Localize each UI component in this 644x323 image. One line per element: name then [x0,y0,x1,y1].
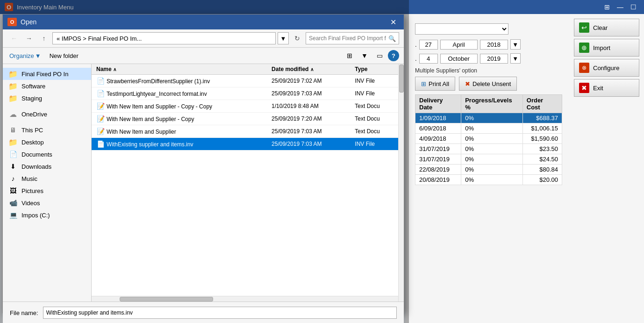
supplier-dropdown[interactable] [415,23,508,35]
order-cost: $23.50 [522,144,562,154]
date1-year-input[interactable] [480,40,508,50]
col-type[interactable]: Type [350,64,398,75]
file-date-cell: 25/09/2019 7:03 AM [267,125,350,138]
nav-label: Pictures [21,187,43,194]
file-type-cell: Text Docu [350,113,398,125]
view-list-btn[interactable]: ⊞ [343,50,356,61]
file-row[interactable]: 📝With New Item and Supplier - Copy25/09/… [92,113,398,125]
nav-icon-folder: 📁 [8,94,18,102]
hscroll-thumb [120,297,213,301]
filename-input[interactable] [43,307,397,319]
organize-bar: Organize ▼ New folder ⊞ ▼ ▭ ? [3,48,404,64]
nav-item-pictures[interactable]: 🖼Pictures [3,185,91,197]
refresh-button[interactable]: ↻ [291,32,304,44]
preview-pane-btn[interactable]: ▭ [373,50,386,61]
delete-unsent-button[interactable]: ✖ Delete Unsent [459,77,517,91]
nav-item-onedrive[interactable]: ☁OneDrive [3,108,91,120]
date1-calendar-btn[interactable]: ▼ [510,39,521,50]
search-input[interactable] [309,35,386,42]
order-cost: $1,006.15 [522,123,562,134]
dialog-bottom: File name: Open Cancel [3,301,404,323]
date2-month-input[interactable] [440,54,478,64]
order-row[interactable]: 1/09/20180%$688.37 [415,113,562,123]
nav-item-staging[interactable]: 📁Staging [3,92,91,104]
print-all-button[interactable]: ⊞ Print All [415,77,455,91]
open-file-dialog: O Open ✕ ← → ↑ « IMPOS > Final Fixed PO … [2,14,404,313]
file-row[interactable]: 📄WithExisting supplier and items.inv25/0… [92,138,398,151]
order-row[interactable]: 31/07/20190%$24.50 [415,154,562,165]
path-dropdown-button[interactable]: ▼ [278,32,289,44]
order-row[interactable]: 6/09/20180%$1,006.15 [415,123,562,134]
nav-item-impos-(c:)[interactable]: 💻Impos (C:) [3,209,91,221]
order-date: 31/07/2019 [415,144,461,154]
date1-day-input[interactable] [419,40,438,50]
order-row[interactable]: 20/08/20190%$20.00 [415,175,562,185]
order-cost: $80.84 [522,165,562,175]
nav-icon-folder: 📁 [8,70,18,78]
dialog-close-button[interactable]: ✕ [387,17,399,27]
nav-item-this-pc[interactable]: 🖥This PC [3,124,91,136]
date2-day-input[interactable] [419,54,438,64]
file-row[interactable]: 📄StrawberriesFromDifferentSupplier (1).i… [92,75,398,87]
nav-item-software[interactable]: 📁Software [3,80,91,92]
minimize-btn[interactable]: — [614,2,626,12]
nav-label: Documents [21,151,52,158]
up-button[interactable]: ↑ [37,33,50,44]
order-row[interactable]: 22/08/20190%$80.84 [415,165,562,175]
nav-label: Videos [21,200,40,207]
back-button[interactable]: ← [7,33,21,44]
horizontal-scrollbar[interactable] [92,296,398,301]
order-date: 22/08/2019 [415,165,461,175]
import-button[interactable]: ⊕ Import [574,39,639,57]
view-dropdown-btn[interactable]: ▼ [358,50,371,61]
file-row[interactable]: 📝With New Item and Supplier25/09/2019 7:… [92,125,398,138]
path-text: « IMPOS > Final Fixed PO Im... [57,35,142,42]
order-progress: 0% [461,165,523,175]
grid-icon-btn[interactable]: ⊞ [601,2,613,12]
forward-button[interactable]: → [22,33,36,44]
col-date-modified[interactable]: Date modified ∧ [267,64,350,75]
dialog-icon: O [7,18,17,26]
nav-item-documents[interactable]: 📄Documents [3,148,91,160]
order-cost: $1,590.60 [522,134,562,144]
order-progress: 0% [461,134,523,144]
date1-month-input[interactable] [440,40,478,50]
nav-icon-docs: 📄 [8,150,18,158]
nav-item-music[interactable]: ♪Music [3,172,91,185]
exit-button[interactable]: ✖ Exit [574,79,639,97]
titlebar-controls: ⊞ — ☐ [601,2,639,12]
nav-item-downloads[interactable]: ⬇Downloads [3,160,91,172]
col-name[interactable]: Name ∧ [92,64,267,75]
file-type-cell: INV File [350,138,398,151]
file-icon: 📄 [96,89,105,98]
nav-item-videos[interactable]: 📹Videos [3,197,91,209]
new-folder-button[interactable]: New folder [48,51,80,60]
clear-button[interactable]: ↩ Clear [574,19,639,36]
help-button[interactable]: ? [388,50,399,61]
orders-table-area: Delivery Date Progress/Levels % Order Co… [415,94,562,185]
file-row[interactable]: 📝With New Item and Supplier - Copy - Cop… [92,100,398,113]
file-date-cell: 1/10/2019 8:48 AM [267,100,350,113]
order-row[interactable]: 4/09/20180%$1,590.60 [415,134,562,144]
nav-item-final-fixed-po-in[interactable]: 📁Final Fixed PO In [3,68,91,80]
configure-button[interactable]: ⊗ Configure [574,59,639,77]
dialog-titlebar: O Open ✕ [3,14,404,29]
order-date: 31/07/2019 [415,154,461,165]
date2-calendar-btn[interactable]: ▼ [510,53,521,64]
delete-unsent-icon: ✖ [465,80,470,87]
nav-icon-videos: 📹 [8,199,18,207]
date2-year-input[interactable] [480,54,508,64]
file-panel[interactable]: Name ∧ Date modified ∧ Type 📄Strawberrie… [92,64,398,296]
order-date: 20/08/2019 [415,175,461,185]
nav-item-desktop[interactable]: 📁Desktop [3,136,91,148]
dialog-body: 📁Final Fixed PO In📁Software📁Staging☁OneD… [3,64,404,301]
order-row[interactable]: 31/07/20190%$23.50 [415,144,562,154]
organize-button[interactable]: Organize ▼ [7,51,43,60]
maximize-btn[interactable]: ☐ [627,2,639,12]
path-breadcrumb[interactable]: « IMPOS > Final Fixed PO Im... [52,32,276,44]
nav-label: Software [21,83,45,90]
nav-panel: 📁Final Fixed PO In📁Software📁Staging☁OneD… [3,64,92,301]
nav-icon-music: ♪ [8,174,18,183]
file-row[interactable]: 📄TestImportLightyear_Incorrect format.in… [92,87,398,100]
vertical-scrollbar[interactable] [398,64,404,301]
